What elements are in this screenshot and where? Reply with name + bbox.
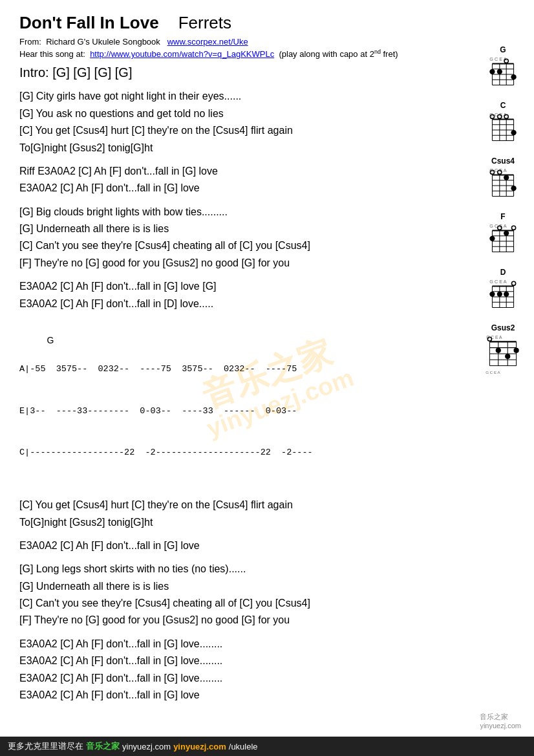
tab-line-1: A|-55 3575-- 0232-- ----75 3575-- 0232--… xyxy=(19,362,515,376)
hear-label: Hear this song at: xyxy=(19,49,85,59)
footer-orange: yinyuezj.com xyxy=(173,742,226,751)
riff-line-2: E3A0A2 [C] Ah [F] don't...fall in [G] lo… xyxy=(19,180,515,197)
tab-section: G A|-55 3575-- 0232-- ----75 3575-- 0232… xyxy=(19,319,515,488)
lyric-line-13: [C] Can't you see they're [Csus4] cheati… xyxy=(19,595,515,612)
riff-line-4: E3A0A2 [C] Ah [F] don't...fall in [D] lo… xyxy=(19,296,515,312)
page: G G C E A C xyxy=(0,0,534,749)
lyric-line-1: [G] City girls have got night light in t… xyxy=(19,88,515,105)
lyrics-block: [G] City girls have got night light in t… xyxy=(19,88,515,157)
svg-point-82 xyxy=(513,348,518,353)
riff-block-1: Riff E3A0A2 [C] Ah [F] don't...fall in [… xyxy=(19,163,515,197)
svg-point-10 xyxy=(489,69,495,74)
svg-text:G C E A: G C E A xyxy=(486,370,500,374)
song-artist: Ferrets xyxy=(178,13,231,33)
chord-c: C G C E A xyxy=(486,101,520,149)
svg-point-11 xyxy=(497,69,502,74)
tab-line-3: C|------------------22 -2---------------… xyxy=(19,446,515,460)
lyric-line-12: [G] Underneath all there is is lies xyxy=(19,578,515,595)
svg-point-55 xyxy=(511,226,515,230)
svg-point-53 xyxy=(504,230,509,235)
lyric-line-11: [G] Long legs short skirts with no ties … xyxy=(19,561,515,578)
chord-d: D G C E A xyxy=(486,268,520,316)
tab-g-label: G xyxy=(47,335,54,345)
chord-g-grid: G C E A xyxy=(486,56,520,93)
chord-c-label: C xyxy=(500,101,506,110)
from-link[interactable]: www.scorpex.net/Uke xyxy=(167,37,248,47)
svg-point-80 xyxy=(496,348,501,353)
svg-point-38 xyxy=(504,175,509,180)
chord-gsus2-grid: G C E A G C E A xyxy=(484,334,522,378)
svg-point-68 xyxy=(504,292,509,297)
lyric-line-9: [C] You get [Csus4] hurt [C] they're on … xyxy=(19,497,515,513)
lyric-line-8: [F] They're no [G] good for you [Gsus2] … xyxy=(19,255,515,272)
footer-green: 音乐之家 xyxy=(86,740,120,752)
hear-suffix: (play along with capo at 2nd fret) xyxy=(279,49,398,59)
svg-point-67 xyxy=(497,292,502,297)
riff-line-7: E3A0A2 [C] Ah [F] don't...fall in [G] lo… xyxy=(19,653,515,669)
riff-line-1: Riff E3A0A2 [C] Ah [F] don't...fall in [… xyxy=(19,163,515,180)
svg-point-24 xyxy=(511,130,516,135)
from-line: From: Richard G's Ukulele Songbook www.s… xyxy=(19,37,515,47)
svg-point-69 xyxy=(511,281,515,285)
riff-block-2: E3A0A2 [C] Ah [F] don't...fall in [G] lo… xyxy=(19,278,515,312)
chord-f-grid: G C E A xyxy=(486,222,520,260)
riff-line-3: E3A0A2 [C] Ah [F] don't...fall in [G] lo… xyxy=(19,278,515,295)
lyrics-block-3: [C] You get [Csus4] hurt [C] they're on … xyxy=(19,497,515,531)
riff-line-6: E3A0A2 [C] Ah [F] don't...fall in [G] lo… xyxy=(19,636,515,653)
chord-diagrams-panel: G G C E A C xyxy=(484,45,522,378)
lyric-line-2: [G] You ask no questions and get told no… xyxy=(19,105,515,122)
svg-point-66 xyxy=(489,292,495,297)
riff-line-9: E3A0A2 [C] Ah [F] don't...fall in [G] lo… xyxy=(19,687,515,704)
chord-f: F G C E A xyxy=(486,212,520,260)
riff-line-8: E3A0A2 [C] Ah [F] don't...fall in [G] lo… xyxy=(19,670,515,687)
chord-g-label: G xyxy=(500,45,506,54)
hear-line: Hear this song at: http://www.youtube.co… xyxy=(19,49,515,59)
lyric-line-10: To[G]night [Gsus2] tonig[G]ht xyxy=(19,514,515,531)
svg-text:G C E A: G C E A xyxy=(489,279,506,285)
hear-link[interactable]: http://www.youtube.com/watch?v=q_LagKKWP… xyxy=(90,49,274,59)
logo-text-1: 音乐之家 xyxy=(480,712,521,722)
lyric-line-4: To[G]night [Gsus2] tonig[G]ht xyxy=(19,140,515,157)
svg-point-12 xyxy=(511,74,516,80)
svg-point-81 xyxy=(505,354,510,359)
svg-point-52 xyxy=(489,236,495,241)
footer: 更多尤克里里谱尽在 音乐之家 yinyuezj.com yinyuezj.com… xyxy=(0,737,534,756)
chord-gsus2-label: Gsus2 xyxy=(491,323,515,332)
song-title: Don't Fall In Love xyxy=(19,13,159,33)
chord-csus4-label: Csus4 xyxy=(491,157,515,166)
lyric-line-3: [C] You get [Csus4] hurt [C] they're on … xyxy=(19,122,515,139)
riff-block-3: E3A0A2 [C] Ah [F] don't...fall in [G] lo… xyxy=(19,537,515,554)
lyric-line-14: [F] They're no [G] good for you [Gsus2] … xyxy=(19,612,515,629)
from-source: Richard G's Ukulele Songbook xyxy=(46,37,160,47)
chord-gsus2: Gsus2 G C E A G C E A xyxy=(484,323,522,378)
from-label: From: xyxy=(19,37,41,47)
chord-f-label: F xyxy=(500,212,505,221)
lyric-line-7: [C] Can't you see they're [Csus4] cheati… xyxy=(19,237,515,254)
lyric-line-5: [G] Big clouds bright lights with bow ti… xyxy=(19,204,515,221)
lyric-line-6: [G] Underneath all there is is lies xyxy=(19,221,515,237)
footer-prefix: 更多尤克里里谱尽在 xyxy=(8,740,83,752)
footer-suffix: /ukulele xyxy=(229,742,258,751)
chord-csus4: Csus4 G C E A xyxy=(486,157,520,204)
riff-line-5: E3A0A2 [C] Ah [F] don't...fall in [G] lo… xyxy=(19,537,515,554)
chord-csus4-grid: G C E A xyxy=(486,167,520,204)
chord-d-grid: G C E A xyxy=(486,278,520,316)
title-line: Don't Fall In Love Ferrets xyxy=(19,13,515,33)
tab-line-2: E|3-- ----33-------- 0-03-- ----33 -----… xyxy=(19,404,515,418)
intro-line: Intro: [G] [G] [G] [G] xyxy=(19,65,515,80)
logo-text-2: yinyuezj.com xyxy=(480,722,521,729)
lyrics-block-2: [G] Big clouds bright lights with bow ti… xyxy=(19,204,515,272)
chord-g: G G C E A xyxy=(486,45,520,93)
bottom-right-logo: 音乐之家 yinyuezj.com xyxy=(480,712,521,729)
riff-block-4: E3A0A2 [C] Ah [F] don't...fall in [G] lo… xyxy=(19,636,515,704)
chord-c-grid: G C E A xyxy=(486,111,520,149)
lyrics-block-4: [G] Long legs short skirts with no ties … xyxy=(19,561,515,629)
footer-middle: yinyuezj.com xyxy=(122,742,171,751)
svg-point-39 xyxy=(511,186,516,191)
chord-d-label: D xyxy=(500,268,506,277)
